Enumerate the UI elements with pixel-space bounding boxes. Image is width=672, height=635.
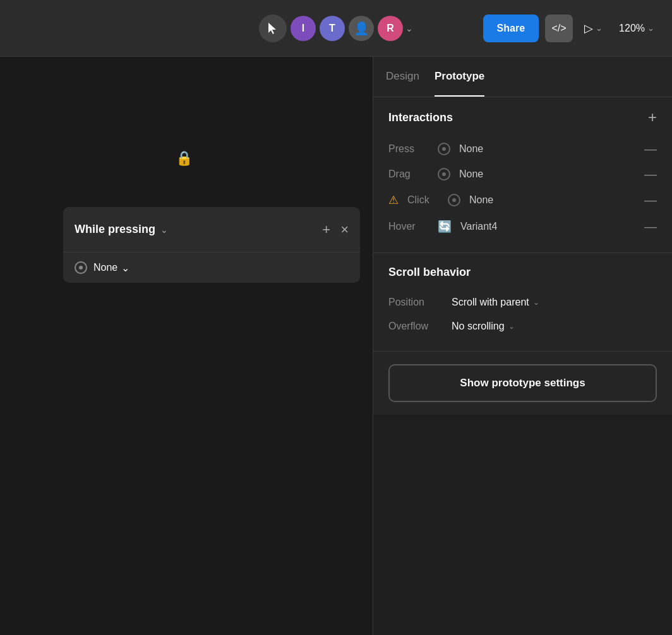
interactions-title: Interactions (388, 111, 453, 124)
prototype-settings-section: Show prototype settings (373, 352, 672, 415)
topbar-center: I T 👤 R ⌄ (230, 15, 442, 42)
while-pressing-popup: While pressing ⌄ + × None ⌄ (63, 207, 360, 283)
right-panel: Design Prototype Interactions + Press No… (373, 57, 672, 635)
hover-remove-button[interactable]: — (644, 220, 657, 233)
canvas-area: 🔒 While pressing ⌄ + × None ⌄ (0, 57, 373, 635)
popup-add-button[interactable]: + (322, 223, 330, 237)
click-target-icon (448, 194, 460, 206)
popup-title-area[interactable]: While pressing ⌄ (75, 223, 322, 236)
popup-header-actions: + × (322, 223, 349, 237)
panel-tabs: Design Prototype (373, 57, 672, 97)
interactions-add-button[interactable]: + (648, 110, 657, 125)
avatar-t[interactable]: T (320, 16, 345, 41)
popup-body: None ⌄ (63, 252, 360, 283)
svg-marker-0 (268, 23, 276, 34)
share-button[interactable]: Share (483, 15, 539, 42)
click-warning-icon: ⚠ (388, 193, 399, 207)
target-circle-icon (75, 261, 87, 274)
overflow-dropdown[interactable]: No scrolling ⌄ (452, 321, 515, 332)
click-remove-button[interactable]: — (644, 194, 657, 206)
avatar-i[interactable]: I (291, 16, 316, 41)
drag-label: Drag (388, 169, 429, 180)
target-dot (79, 266, 83, 270)
position-label: Position (388, 297, 452, 308)
hover-refresh-icon: 🔄 (438, 220, 452, 234)
interaction-row-click: ⚠ Click None — (388, 187, 657, 213)
zoom-label: 120% (619, 23, 645, 34)
popup-title-text: While pressing (75, 223, 155, 236)
avatar-r-dropdown[interactable]: R ⌄ (378, 16, 413, 41)
play-chevron-icon: ⌄ (596, 23, 603, 33)
play-button[interactable]: ▷ ⌄ (579, 16, 608, 40)
scroll-behavior-title: Scroll behavior (388, 266, 657, 279)
none-dropdown[interactable]: None ⌄ (93, 262, 129, 274)
tab-design[interactable]: Design (386, 57, 419, 97)
hover-value: Variant4 (460, 221, 635, 232)
popup-title-chevron-icon: ⌄ (160, 225, 168, 235)
cursor-tool[interactable] (259, 15, 287, 42)
overflow-value: No scrolling (452, 321, 505, 332)
scroll-overflow-row: Overflow No scrolling ⌄ (388, 314, 657, 338)
press-label: Press (388, 143, 429, 155)
scroll-position-row: Position Scroll with parent ⌄ (388, 290, 657, 314)
position-chevron-icon: ⌄ (533, 298, 539, 307)
popup-close-button[interactable]: × (340, 223, 349, 237)
drag-remove-button[interactable]: — (644, 168, 657, 181)
hover-label: Hover (388, 221, 429, 232)
drag-target-icon (438, 168, 450, 181)
position-dropdown[interactable]: Scroll with parent ⌄ (452, 297, 539, 308)
position-value: Scroll with parent (452, 297, 529, 308)
interaction-row-press: Press None — (388, 136, 657, 162)
none-label: None (93, 262, 117, 273)
code-button[interactable]: </> (545, 15, 573, 42)
drag-value: None (459, 169, 635, 180)
show-prototype-settings-button[interactable]: Show prototype settings (388, 364, 657, 402)
click-label: Click (407, 194, 439, 206)
avatar-anon[interactable]: 👤 (349, 16, 374, 41)
code-icon: </> (552, 23, 567, 34)
press-remove-button[interactable]: — (644, 143, 657, 155)
press-value: None (459, 143, 635, 155)
avatar-r[interactable]: R (378, 16, 403, 41)
zoom-control[interactable]: 120% ⌄ (614, 18, 659, 39)
interactions-header: Interactions + (388, 110, 657, 125)
scroll-behavior-section: Scroll behavior Position Scroll with par… (373, 253, 672, 352)
click-value: None (469, 194, 635, 206)
overflow-label: Overflow (388, 321, 452, 332)
overflow-chevron-icon: ⌄ (508, 322, 515, 331)
play-icon: ▷ (584, 21, 593, 35)
bottom-area (373, 415, 672, 635)
tab-prototype[interactable]: Prototype (435, 57, 484, 97)
press-target-icon (438, 143, 450, 155)
topbar: I T 👤 R ⌄ Share </> ▷ ⌄ 120% ⌄ (0, 0, 672, 57)
popup-header: While pressing ⌄ + × (63, 207, 360, 252)
avatar-chevron-icon: ⌄ (405, 23, 413, 33)
interactions-section: Interactions + Press None — Drag None — … (373, 97, 672, 253)
none-chevron-icon: ⌄ (121, 262, 129, 274)
zoom-chevron-icon: ⌄ (647, 23, 654, 33)
lock-icon: 🔒 (176, 150, 193, 167)
interaction-row-hover: Hover 🔄 Variant4 — (388, 213, 657, 240)
interaction-row-drag: Drag None — (388, 162, 657, 187)
